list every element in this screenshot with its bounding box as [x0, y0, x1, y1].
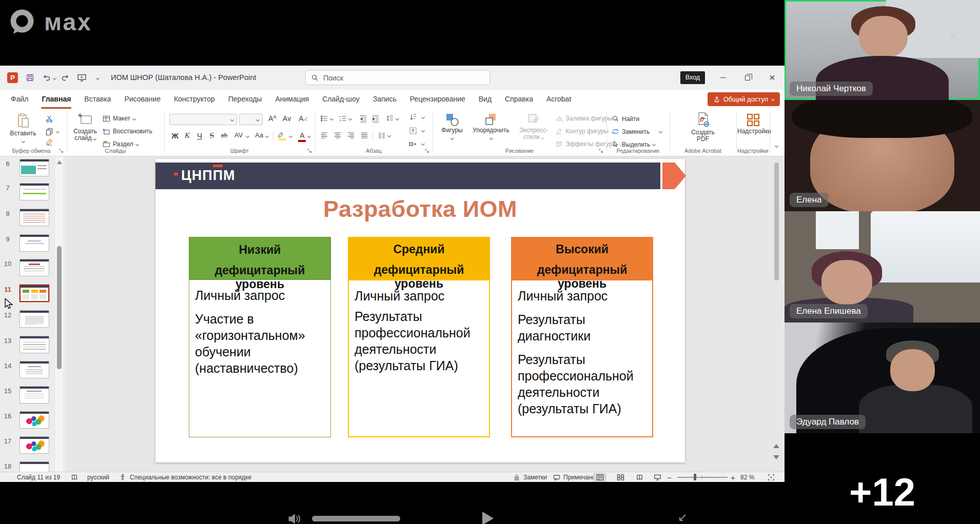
- clear-formatting-button[interactable]: А: [298, 114, 309, 123]
- cut-icon[interactable]: [45, 115, 53, 123]
- slideshow-view-button[interactable]: [651, 473, 664, 482]
- restore-button[interactable]: [737, 66, 758, 90]
- collapse-ribbon-chevron[interactable]: [775, 144, 778, 148]
- font-color-chevron-icon[interactable]: [307, 134, 311, 138]
- spellcheck-icon[interactable]: [71, 472, 78, 482]
- participant-tile-2[interactable]: Елена: [785, 100, 980, 211]
- text-direction-icon[interactable]: [408, 113, 418, 122]
- align-left-icon[interactable]: [320, 131, 328, 139]
- qat-customize-chevron[interactable]: [96, 76, 100, 80]
- character-spacing-button[interactable]: AV: [233, 131, 244, 139]
- participant-tile-1[interactable]: × Николай Чертков: [785, 0, 980, 100]
- font-name-combo[interactable]: [169, 114, 237, 125]
- level-column-medium[interactable]: Средний дефицитарный уровень Личный запр…: [348, 237, 490, 437]
- slide-sorter-view-button[interactable]: [614, 473, 627, 482]
- quick-styles-button[interactable]: Экспресс- стили: [517, 113, 550, 140]
- undo-icon[interactable]: [42, 73, 51, 82]
- columns-chevron-icon[interactable]: [387, 134, 391, 137]
- accessibility-status[interactable]: Специальные возможности: все в порядке: [130, 472, 251, 482]
- tab-home[interactable]: Главная: [35, 90, 77, 109]
- slide-scrollbar-thumb[interactable]: [774, 163, 779, 280]
- thumbnail-scrollbar[interactable]: [55, 156, 63, 472]
- more-participants-count[interactable]: +12: [785, 470, 980, 514]
- scrollbar-thumb[interactable]: [57, 246, 62, 369]
- numbering-icon[interactable]: [339, 114, 347, 123]
- underline-button[interactable]: Ч: [194, 131, 205, 140]
- level-column-high[interactable]: Высокий дефицитарный уровень Личный запр…: [511, 237, 653, 437]
- collapse-view-icon[interactable]: [675, 513, 688, 524]
- participant-tile-3[interactable]: Елена Епишева: [785, 211, 980, 323]
- comments-toggle[interactable]: Примечания: [553, 472, 599, 482]
- text-direction-chevron-icon[interactable]: [421, 115, 425, 119]
- find-button[interactable]: Найти: [612, 115, 639, 123]
- case-chevron-icon[interactable]: [265, 134, 269, 138]
- participant-tile-4[interactable]: Эдуард Павлов: [785, 323, 980, 433]
- shape-fill-button[interactable]: Заливка фигуры: [555, 115, 618, 122]
- slide-thumbnail-16[interactable]: [19, 411, 49, 429]
- fit-slide-button[interactable]: [768, 472, 775, 482]
- accessibility-icon[interactable]: [119, 472, 126, 482]
- slide-thumbnail-11-selected[interactable]: [19, 285, 49, 302]
- increase-indent-icon[interactable]: [371, 114, 380, 123]
- smartart-chevron-icon[interactable]: [421, 142, 425, 146]
- double-strike-button[interactable]: ab: [219, 131, 230, 139]
- reset-button[interactable]: Восстановить: [103, 128, 152, 135]
- slide-thumbnail-15[interactable]: [19, 386, 49, 404]
- slide-title[interactable]: Разработка ИОМ: [155, 196, 685, 223]
- scroll-up-arrow[interactable]: [57, 160, 62, 164]
- zoom-out-button[interactable]: −: [667, 472, 672, 482]
- bullets-chevron-icon[interactable]: [330, 117, 334, 120]
- grow-font-button[interactable]: А^: [267, 114, 278, 123]
- replace-button[interactable]: Заменить: [612, 128, 662, 135]
- tab-insert[interactable]: Вставка: [77, 90, 117, 109]
- speaker-icon[interactable]: [287, 512, 302, 524]
- bullets-icon[interactable]: [320, 114, 328, 123]
- font-color-button[interactable]: А: [297, 131, 308, 139]
- zoom-slider-thumb[interactable]: [694, 474, 696, 480]
- italic-button[interactable]: К: [182, 131, 193, 140]
- copy-chevron-icon[interactable]: [56, 130, 60, 133]
- reading-view-button[interactable]: [633, 473, 646, 482]
- slide-thumbnail-14[interactable]: [19, 361, 49, 378]
- align-right-icon[interactable]: [347, 131, 355, 139]
- tab-animations[interactable]: Анимация: [268, 90, 316, 109]
- slide-scrollbar[interactable]: [772, 156, 781, 472]
- font-size-combo[interactable]: [239, 114, 263, 125]
- paste-button[interactable]: Вставить: [7, 113, 39, 144]
- shape-outline-button[interactable]: Контур фигуры: [555, 128, 614, 135]
- normal-view-button[interactable]: [593, 473, 606, 482]
- slide-thumbnail-13[interactable]: [19, 336, 49, 353]
- slide-thumbnail-12[interactable]: [19, 310, 49, 328]
- shapes-button[interactable]: Фигуры: [438, 113, 466, 141]
- notes-toggle[interactable]: Заметки: [513, 472, 547, 482]
- tab-review[interactable]: Рецензирование: [403, 90, 472, 109]
- line-spacing-icon[interactable]: [386, 114, 394, 123]
- addins-button[interactable]: Надстройки: [737, 113, 769, 135]
- save-icon[interactable]: [26, 73, 34, 82]
- previous-slide-button[interactable]: [773, 442, 780, 450]
- select-button[interactable]: Выделить: [612, 140, 655, 148]
- slide-canvas[interactable]: ЦНППМ Разработка ИОМ Низкий дефицитарный…: [155, 159, 685, 462]
- new-slide-button[interactable]: Создать слайд: [72, 113, 99, 142]
- level-column-low[interactable]: Низкий дефицитарный уровень Личный запро…: [189, 237, 331, 437]
- slide-thumbnail-17[interactable]: [19, 436, 49, 454]
- zoom-level[interactable]: 82 %: [740, 472, 754, 482]
- tab-design[interactable]: Конструктор: [167, 90, 222, 109]
- slide-thumbnail-9[interactable]: [19, 234, 49, 252]
- align-text-chevron-icon[interactable]: [421, 129, 425, 132]
- drawing-dialog-launcher[interactable]: [598, 148, 603, 153]
- tab-slideshow[interactable]: Слайд-шоу: [316, 90, 366, 109]
- sign-in-button[interactable]: Вход: [680, 71, 705, 84]
- layout-button[interactable]: Макет: [103, 115, 135, 122]
- decrease-indent-icon[interactable]: [359, 114, 367, 123]
- close-button[interactable]: ×: [761, 66, 783, 90]
- align-center-icon[interactable]: [334, 131, 342, 139]
- tab-record[interactable]: Запись: [366, 90, 403, 109]
- share-button[interactable]: Общий доступ: [708, 92, 780, 106]
- font-dialog-launcher[interactable]: [307, 148, 312, 153]
- spacing-chevron-icon[interactable]: [246, 134, 249, 138]
- close-tile-icon[interactable]: ×: [949, 29, 957, 43]
- next-slide-button[interactable]: [773, 454, 780, 461]
- undo-dropdown-chevron[interactable]: [53, 76, 56, 80]
- create-pdf-button[interactable]: Создать PDF: [682, 112, 723, 143]
